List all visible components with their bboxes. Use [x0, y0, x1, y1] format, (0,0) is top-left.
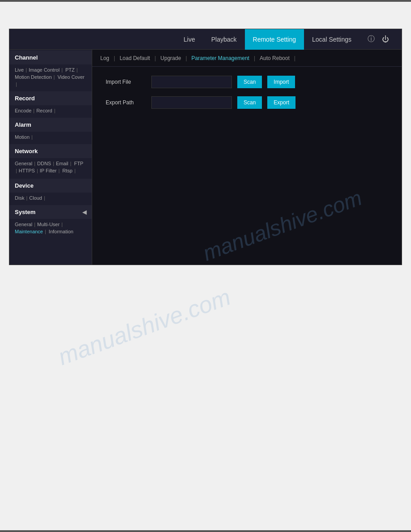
sidebar-link-disk[interactable]: Disk [15, 195, 24, 201]
sidebar-system-links: General | Multi-User | Maintenance | Inf… [9, 219, 92, 239]
power-icon[interactable]: ⏻ [378, 35, 393, 43]
sidebar-link-motion-detection[interactable]: Motion Detection [15, 74, 52, 81]
sidebar-section-system: System ◀ [9, 205, 92, 219]
export-path-label: Export Path [106, 99, 146, 106]
app-container: Live Playback Remote Setting Local Setti… [9, 29, 402, 265]
sidebar-device-links: Disk | Cloud | [9, 193, 92, 204]
sidebar-link-sys-general[interactable]: General [15, 222, 32, 228]
sidebar-link-general[interactable]: General [15, 161, 32, 167]
nav-live[interactable]: Live [176, 29, 203, 50]
param-content: Import File Scan Import Export Path Scan… [92, 67, 402, 175]
sidebar-link-record[interactable]: Record [36, 108, 52, 113]
sidebar-network-label: Network [15, 148, 38, 154]
sidebar-system-label: System [15, 209, 35, 215]
bottom-border [0, 530, 411, 532]
sidebar-section-record: Record [9, 91, 92, 105]
sidebar-link-encode[interactable]: Encode [15, 108, 31, 113]
export-path-row: Export Path Scan Export [106, 96, 388, 109]
sidebar-record-links: Encode | Record | [9, 105, 92, 117]
sidebar-link-image-control[interactable]: Image Control [29, 67, 60, 73]
sidebar-link-ftp[interactable]: FTP [74, 161, 83, 167]
nav-local-settings[interactable]: Local Settings [304, 29, 360, 50]
sidebar-link-information[interactable]: Information [49, 229, 73, 235]
sidebar: Channel Live | Image Control | PTZ | Mot… [9, 50, 92, 265]
sidebar-record-label: Record [15, 95, 35, 102]
main-body: Channel Live | Image Control | PTZ | Mot… [9, 50, 402, 265]
sub-tab-auto-reboot[interactable]: Auto Reboot [256, 50, 293, 67]
sidebar-link-ip-filter[interactable]: IP Filter [40, 168, 57, 174]
sidebar-alarm-label: Alarm [15, 121, 31, 128]
sidebar-link-video-cover[interactable]: Video Cover [57, 74, 84, 81]
import-scan-button[interactable]: Scan [237, 76, 262, 88]
top-nav: Live Playback Remote Setting Local Setti… [9, 29, 402, 50]
sidebar-section-channel: Channel [9, 51, 92, 64]
import-file-row: Import File Scan Import [106, 76, 388, 88]
import-button[interactable]: Import [267, 76, 295, 88]
sidebar-link-maintenance[interactable]: Maintenance [15, 229, 43, 235]
export-button[interactable]: Export [267, 96, 295, 109]
export-path-input[interactable] [151, 96, 232, 109]
import-file-input[interactable] [151, 76, 232, 88]
sub-tab-load-default[interactable]: Load Default [116, 50, 154, 67]
app-wrapper: Live Playback Remote Setting Local Setti… [0, 2, 411, 292]
sidebar-channel-links: Live | Image Control | PTZ | Motion Dete… [9, 64, 92, 90]
nav-remote-setting[interactable]: Remote Setting [245, 29, 304, 50]
sub-tabs: Log | Load Default | Upgrade | Parameter… [92, 50, 402, 67]
sidebar-section-network: Network [9, 144, 92, 158]
sidebar-link-motion[interactable]: Motion [15, 134, 30, 140]
content-area: Log | Load Default | Upgrade | Parameter… [92, 50, 402, 265]
page-outer: Live Playback Remote Setting Local Setti… [0, 0, 411, 532]
sidebar-system-arrow[interactable]: ◀ [82, 209, 86, 215]
sidebar-link-live[interactable]: Live [15, 67, 24, 73]
sidebar-link-https[interactable]: HTTPS [19, 168, 35, 174]
sub-tab-upgrade[interactable]: Upgrade [157, 50, 184, 67]
page-watermark: manualshive.com [55, 283, 234, 371]
sidebar-link-rtsp[interactable]: Rtsp [62, 168, 73, 174]
import-file-label: Import File [106, 79, 146, 85]
sidebar-link-multi-user[interactable]: Multi-User [37, 222, 60, 228]
sidebar-device-label: Device [15, 182, 34, 189]
sub-tab-parameter-management[interactable]: Parameter Management [188, 50, 253, 67]
content-watermark: manualshive.com [199, 185, 365, 266]
sidebar-channel-label: Channel [15, 54, 38, 61]
export-scan-button[interactable]: Scan [237, 96, 262, 109]
sidebar-alarm-links: Motion | [9, 132, 92, 143]
sidebar-link-cloud[interactable]: Cloud [29, 195, 42, 201]
sidebar-link-email[interactable]: Email [56, 161, 68, 167]
sidebar-section-device: Device [9, 179, 92, 193]
nav-icons: ⓘ ⏻ [364, 34, 393, 44]
sidebar-network-links: General | DDNS | Email | FTP | HTTPS | I… [9, 158, 92, 178]
sidebar-section-alarm: Alarm [9, 118, 92, 132]
sidebar-link-ptz[interactable]: PTZ [65, 67, 75, 73]
sub-tab-log[interactable]: Log [97, 50, 113, 67]
info-icon[interactable]: ⓘ [364, 34, 378, 44]
nav-playback[interactable]: Playback [203, 29, 245, 50]
sidebar-link-ddns[interactable]: DDNS [37, 161, 51, 167]
